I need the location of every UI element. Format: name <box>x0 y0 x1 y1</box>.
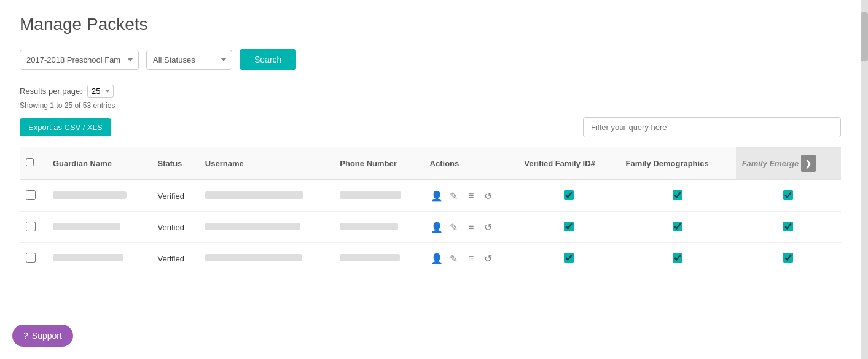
results-info: Results per page: 25 <box>20 85 841 98</box>
username-cell <box>199 243 334 274</box>
demographics-cell <box>620 180 736 212</box>
table-row: Verified👤✎≡↺ <box>20 180 841 212</box>
view-profile-icon[interactable]: 👤 <box>430 252 444 265</box>
edit-icon[interactable]: ✎ <box>447 252 461 265</box>
view-profile-icon[interactable]: 👤 <box>430 189 444 203</box>
guardian-name-blurred <box>53 254 123 261</box>
col-demographics: Family Demographics <box>620 147 736 180</box>
actions-cell: 👤✎≡↺ <box>424 180 518 212</box>
col-username: Username <box>199 147 334 180</box>
demographics-cell <box>620 243 736 274</box>
status-cell: Verified <box>152 180 199 212</box>
verified-id-checkbox[interactable] <box>564 222 574 231</box>
verified-id-checkbox[interactable] <box>564 190 574 200</box>
list-icon[interactable]: ≡ <box>464 220 478 234</box>
status-cell: Verified <box>152 243 199 274</box>
select-all-checkbox[interactable] <box>26 158 34 166</box>
row-checkbox-cell <box>20 243 47 274</box>
scrollbar[interactable] <box>861 0 868 359</box>
actions-cell: 👤✎≡↺ <box>424 243 518 274</box>
scrollbar-thumb[interactable] <box>861 12 868 61</box>
emerge-cell <box>736 180 841 212</box>
verified-id-checkbox[interactable] <box>564 253 574 263</box>
col-actions: Actions <box>424 147 518 180</box>
per-page-select[interactable]: 25 <box>87 85 114 98</box>
row-checkbox[interactable] <box>26 222 36 231</box>
emerge-cell <box>736 212 841 243</box>
main-table: Guardian Name Status Username Phone Numb… <box>20 147 841 274</box>
phone-blurred <box>340 223 398 230</box>
demographics-checkbox[interactable] <box>673 190 682 200</box>
view-profile-icon[interactable]: 👤 <box>430 220 444 234</box>
verified-id-cell <box>518 243 619 274</box>
table-container: Guardian Name Status Username Phone Numb… <box>20 147 841 274</box>
emerge-cell <box>736 243 841 274</box>
refresh-icon[interactable]: ↺ <box>482 189 495 203</box>
row-checkbox[interactable] <box>26 253 36 263</box>
top-controls: 2017-2018 Preschool Fam All Statuses Sea… <box>20 49 841 70</box>
refresh-icon[interactable]: ↺ <box>482 220 495 234</box>
col-emerge: Family Emerge ❯ <box>736 147 841 180</box>
row-checkbox-cell <box>20 212 47 243</box>
status-cell: Verified <box>152 212 199 243</box>
guardian-name-blurred <box>53 223 120 230</box>
emerge-checkbox[interactable] <box>783 190 793 200</box>
export-button[interactable]: Export as CSV / XLS <box>20 118 111 136</box>
phone-cell <box>334 212 423 243</box>
username-blurred <box>205 254 302 261</box>
demographics-checkbox[interactable] <box>673 222 682 231</box>
table-row: Verified👤✎≡↺ <box>20 212 841 243</box>
page-title: Manage Packets <box>20 15 841 34</box>
col-phone: Phone Number <box>334 147 423 180</box>
edit-icon[interactable]: ✎ <box>447 220 461 234</box>
username-cell <box>199 180 334 212</box>
demographics-cell <box>620 212 736 243</box>
guardian-name-cell <box>47 243 152 274</box>
demographics-checkbox[interactable] <box>673 253 682 263</box>
list-icon[interactable]: ≡ <box>464 189 478 203</box>
phone-blurred <box>340 254 400 261</box>
search-button[interactable]: Search <box>240 49 296 70</box>
col-checkbox <box>20 147 47 180</box>
per-page-label: Results per page: <box>20 87 82 96</box>
support-label: Support <box>32 331 62 341</box>
emerge-checkbox[interactable] <box>783 222 793 231</box>
table-row: Verified👤✎≡↺ <box>20 243 841 274</box>
col-verified-id: Verified Family ID# <box>518 147 619 180</box>
list-icon[interactable]: ≡ <box>464 252 478 265</box>
verified-id-cell <box>518 212 619 243</box>
showing-text: Showing 1 to 25 of 53 entries <box>20 101 841 110</box>
main-content: Manage Packets 2017-2018 Preschool Fam A… <box>0 0 861 287</box>
support-button[interactable]: ? Support <box>12 325 73 347</box>
row-checkbox-cell <box>20 180 47 212</box>
row-checkbox[interactable] <box>26 190 36 200</box>
edit-icon[interactable]: ✎ <box>447 189 461 203</box>
phone-blurred <box>340 191 401 199</box>
guardian-name-blurred <box>53 191 127 199</box>
col-guardian: Guardian Name <box>47 147 152 180</box>
next-col-button[interactable]: ❯ <box>801 155 816 172</box>
actions-cell: 👤✎≡↺ <box>424 212 518 243</box>
page-wrapper: Manage Packets 2017-2018 Preschool Fam A… <box>0 0 868 359</box>
support-icon: ? <box>23 331 28 341</box>
emerge-checkbox[interactable] <box>783 253 793 263</box>
program-select[interactable]: 2017-2018 Preschool Fam <box>20 50 139 70</box>
guardian-name-cell <box>47 212 152 243</box>
filter-input[interactable] <box>583 117 841 137</box>
username-blurred <box>205 191 303 199</box>
phone-cell <box>334 243 423 274</box>
username-blurred <box>205 223 300 230</box>
guardian-name-cell <box>47 180 152 212</box>
col-status: Status <box>152 147 199 180</box>
refresh-icon[interactable]: ↺ <box>482 252 495 265</box>
table-header-row: Guardian Name Status Username Phone Numb… <box>20 147 841 180</box>
status-select[interactable]: All Statuses <box>146 50 232 70</box>
phone-cell <box>334 180 423 212</box>
username-cell <box>199 212 334 243</box>
verified-id-cell <box>518 180 619 212</box>
export-filter-row: Export as CSV / XLS <box>20 117 841 137</box>
